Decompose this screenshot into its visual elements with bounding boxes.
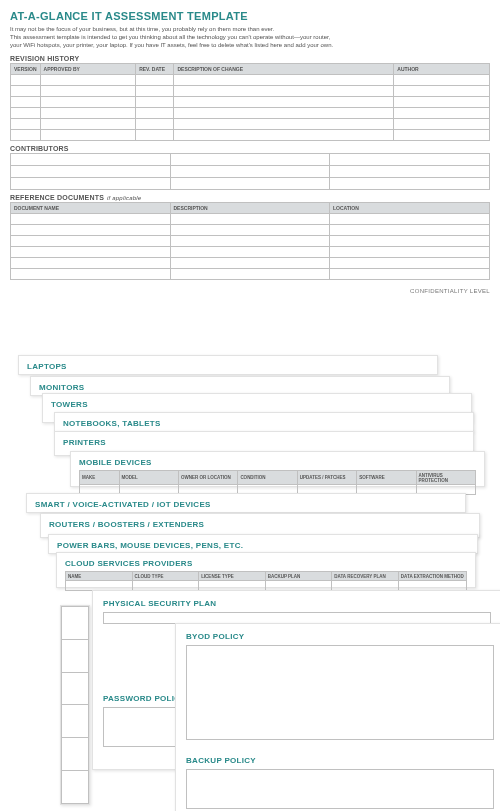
reference-docs-table: DOCUMENT NAME DESCRIPTION LOCATION (10, 202, 490, 280)
contributors-label: CONTRIBUTORS (10, 145, 490, 152)
col-updates: UPDATES / PATCHES (297, 471, 356, 485)
table-row (11, 75, 490, 86)
table-row (11, 225, 490, 236)
col-location: LOCATION (330, 203, 490, 214)
mobile-devices-table: MAKE MODEL OWNER OR LOCATION CONDITION U… (79, 470, 476, 495)
col-desc-change: DESCRIPTION OF CHANGE (174, 64, 394, 75)
table-row (62, 672, 89, 705)
card-title-power: POWER BARS, MOUSE DEVICES, PENS, ETC. (57, 541, 469, 550)
col-antivirus: ANTIVIRUS PROTECTION (416, 471, 475, 485)
table-row (62, 738, 89, 771)
card-title-smart: SMART / VOICE-ACTIVATED / IoT DEVICES (35, 500, 457, 509)
card-title-physical: PHYSICAL SECURITY PLAN (103, 599, 491, 608)
card-title-backup: BACKUP POLICY (186, 756, 494, 765)
desc-line3: your WiFi hotspots, your printer, your l… (10, 42, 490, 50)
col-data-extraction: DATA EXTRACTION METHOD (398, 572, 466, 581)
col-name: NAME (66, 572, 133, 581)
card-title-routers: ROUTERS / BOOSTERS / EXTENDERS (49, 520, 471, 529)
revision-history-table: VERSION APPROVED BY REV. DATE DESCRIPTIO… (10, 63, 490, 141)
card-title-laptops: LAPTOPS (27, 362, 429, 371)
col-rev-date: REV. DATE (136, 64, 174, 75)
doc-title: AT-A-GLANCE IT ASSESSMENT TEMPLATE (10, 10, 490, 22)
reference-docs-text: REFERENCE DOCUMENTS (10, 194, 104, 201)
col-approved-by: APPROVED BY (40, 64, 136, 75)
table-row (11, 258, 490, 269)
card-cloud-providers: CLOUD SERVICES PROVIDERS NAME CLOUD TYPE… (56, 552, 476, 588)
table-row (11, 97, 490, 108)
card-column-bg (60, 605, 90, 805)
contributors-table (10, 153, 490, 190)
table-row (11, 178, 490, 190)
table-row (11, 247, 490, 258)
card-title-cloud: CLOUD SERVICES PROVIDERS (65, 559, 467, 568)
table-row (11, 214, 490, 225)
card-title-notebooks: NOTEBOOKS, TABLETS (63, 419, 465, 428)
table-row (11, 236, 490, 247)
col-cloud-type: CLOUD TYPE (132, 572, 199, 581)
card-power-bars: POWER BARS, MOUSE DEVICES, PENS, ETC. (48, 534, 478, 554)
card-title-byod: BYOD POLICY (186, 632, 494, 641)
table-row (11, 166, 490, 178)
doc-description: It may not be the focus of your business… (10, 26, 490, 49)
col-doc-name: DOCUMENT NAME (11, 203, 171, 214)
col-backup-plan: BACKUP PLAN (265, 572, 332, 581)
card-byod-backup: BYOD POLICY BACKUP POLICY (175, 623, 500, 811)
table-row (62, 607, 89, 640)
reference-docs-sub: if applicable (107, 195, 141, 201)
card-smart-iot: SMART / VOICE-ACTIVATED / IoT DEVICES (26, 493, 466, 513)
col-data-recovery: DATA RECOVERY PLAN (332, 572, 399, 581)
card-title-printers: PRINTERS (63, 438, 465, 447)
byod-box (186, 645, 494, 740)
col-description: DESCRIPTION (170, 203, 330, 214)
table-row (62, 771, 89, 804)
stacked-cards-area: LAPTOPS MONITORS TOWERS NOTEBOOKS, TABLE… (0, 345, 500, 811)
table-row (11, 269, 490, 280)
col-license-type: LICENSE TYPE (199, 572, 266, 581)
cloud-providers-table: NAME CLOUD TYPE LICENSE TYPE BACKUP PLAN… (65, 571, 467, 591)
page-main: AT-A-GLANCE IT ASSESSMENT TEMPLATE It ma… (0, 0, 500, 304)
table-row (11, 108, 490, 119)
reference-docs-label: REFERENCE DOCUMENTS if applicable (10, 194, 490, 201)
card-notebooks: NOTEBOOKS, TABLETS (54, 412, 474, 432)
confidentiality-label: CONFIDENTIALITY LEVEL (10, 288, 490, 294)
table-row (11, 119, 490, 130)
col-model: MODEL (119, 471, 178, 485)
card-title-towers: TOWERS (51, 400, 463, 409)
col-software: SOFTWARE (357, 471, 416, 485)
table-row (11, 130, 490, 141)
table-row (62, 639, 89, 672)
card-mobile-devices: MOBILE DEVICES MAKE MODEL OWNER OR LOCAT… (70, 451, 485, 487)
col-make: MAKE (80, 471, 120, 485)
col-owner: OWNER OR LOCATION (178, 471, 237, 485)
col-version: VERSION (11, 64, 41, 75)
backup-box (186, 769, 494, 809)
col-author: AUTHOR (394, 64, 490, 75)
revision-history-label: REVISION HISTORY (10, 55, 490, 62)
desc-line1: It may not be the focus of your business… (10, 26, 490, 34)
col-condition: CONDITION (238, 471, 297, 485)
table-row (66, 581, 467, 591)
table-row (11, 154, 490, 166)
card-title-mobile: MOBILE DEVICES (79, 458, 476, 467)
bg-table (61, 606, 89, 804)
table-row (11, 86, 490, 97)
table-row (62, 705, 89, 738)
card-title-monitors: MONITORS (39, 383, 441, 392)
card-laptops: LAPTOPS (18, 355, 438, 375)
desc-line2: This assessment template is intended to … (10, 34, 490, 42)
